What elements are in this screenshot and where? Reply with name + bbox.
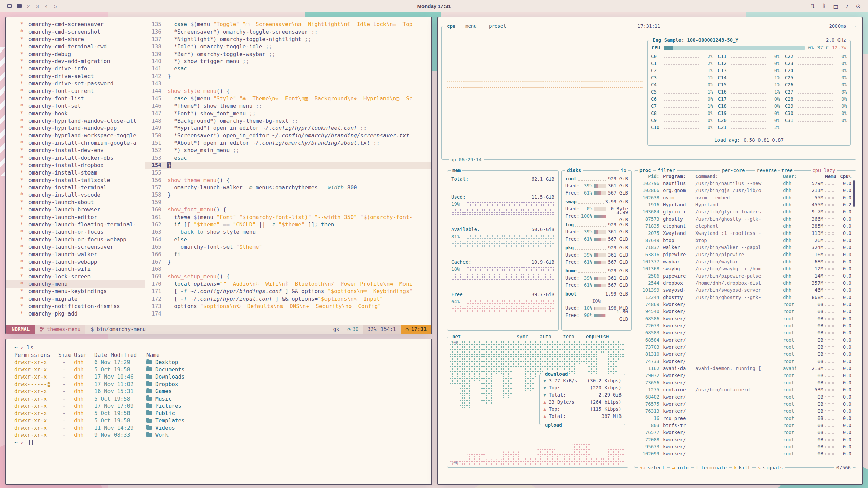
net-zero-button[interactable]: zero (561, 333, 576, 340)
tree-button[interactable]: tree (780, 167, 794, 174)
process-row[interactable]: 76575kworker/root0B0.0 (634, 401, 855, 408)
process-row[interactable]: 87573ghostty/usr/bin/ghostty --gtk-dhh36… (634, 216, 855, 223)
file-list-item[interactable]: *omarchy-dev-add-migration (6, 58, 145, 65)
file-list-item[interactable]: *omarchy-launch-wifi (6, 265, 145, 273)
code-line[interactable]: 140 *) show_trigger_menu ;; (145, 58, 431, 65)
file-list-item[interactable]: *omarchy-lock-screen (6, 273, 145, 280)
process-row[interactable]: 74733kworker/root0B0.0 (634, 358, 855, 365)
code-line[interactable]: 170 local options="♬ Audio\n≋ Wifi\nᛒ Bl… (145, 280, 431, 288)
workspace-number[interactable]: 2 (27, 3, 30, 9)
file-list-item[interactable]: *omarchy-launch-webapp (6, 258, 145, 266)
code-line[interactable]: 156show_theme_menu() { (145, 177, 431, 184)
entry-name[interactable]: Dropbox (146, 381, 431, 388)
code-line[interactable]: 164 else (145, 236, 431, 243)
entry-name[interactable]: Pictures (146, 402, 431, 410)
header-program[interactable]: Program: (659, 173, 695, 180)
code-line[interactable]: 152 *) show_main_menu ;; (145, 147, 431, 154)
entry-name[interactable]: Games (146, 388, 431, 395)
file-list-item[interactable]: *omarchy-pkg-add (6, 310, 145, 318)
file-list-item[interactable]: *omarchy-install-vscode (6, 191, 145, 199)
file-list-item[interactable]: *omarchy-migrate (6, 295, 145, 303)
code-line[interactable]: 145 case $(menu "Style" "✾ Theme\n✑ Font… (145, 95, 431, 102)
file-list-item[interactable]: *omarchy-menu-keybindings (6, 288, 145, 295)
code-line[interactable]: 150 *Screensaver*) open_in_editor ~/.con… (145, 132, 431, 139)
workspace-overview-icon[interactable] (7, 4, 12, 8)
entry-name[interactable]: Desktop (146, 359, 431, 366)
process-row[interactable]: 102638nvimnvim --embeddhh55M0.0 (634, 194, 855, 201)
process-row[interactable]: 68586kworker/root0B0.0 (634, 315, 855, 322)
file-list-item[interactable]: *omarchy-launch-walker (6, 251, 145, 258)
process-row[interactable]: 101399swayosd-/usr/bin/swayosd-serverdhh… (634, 287, 855, 294)
entry-name[interactable]: Public (146, 410, 431, 417)
workspace-number[interactable]: 5 (54, 3, 57, 9)
code-line[interactable]: 161 theme=$(menu "Font" "$(omarchy-font-… (145, 214, 431, 221)
header-command[interactable]: Command: (695, 173, 783, 180)
footer-action[interactable]: ↑↓select (638, 464, 667, 471)
process-row[interactable]: 2544dropbox/home/dhh/.dropbox-distdhh357… (634, 280, 855, 287)
code-line[interactable]: 166 fi (145, 251, 431, 258)
entry-name[interactable]: Documents (146, 366, 431, 373)
proc-scrollbar[interactable] (853, 180, 855, 207)
file-list-item[interactable]: *omarchy-cmd-screenshot (6, 28, 145, 36)
reverse-button[interactable]: reverse (755, 167, 778, 174)
process-row[interactable]: 95673kworker/root0B0.0 (634, 443, 855, 450)
network-interface[interactable]: enp191s0 (584, 333, 610, 340)
entry-name[interactable]: Music (146, 395, 431, 403)
code-line[interactable]: 158} (145, 191, 431, 199)
process-row[interactable]: 2075XwaylandXwayland :1 -rootless -dhh11… (634, 230, 855, 237)
process-row[interactable]: 1916HyprlandHyprlanddhh455M0.2 (634, 201, 855, 208)
file-list-item[interactable]: *omarchy-launch-browser (6, 206, 145, 214)
code-line[interactable]: 148 *Background*) omarchy-theme-bg-next … (145, 117, 431, 125)
file-list-item[interactable]: *omarchy-launch-about (6, 199, 145, 206)
file-list-item[interactable]: *omarchy-install-steam (6, 169, 145, 177)
header-pid[interactable]: Pid: (638, 173, 659, 180)
file-list-item[interactable]: *omarchy-drive-select (6, 73, 145, 80)
file-list-item[interactable]: *omarchy-font-list (6, 95, 145, 102)
process-row[interactable]: 68402kworker/root0B0.0 (634, 393, 855, 401)
sort-selector[interactable]: cpu lazy (811, 167, 837, 174)
preset-button[interactable]: preset (487, 23, 508, 29)
io-toggle-button[interactable]: io (619, 167, 628, 174)
file-list-item[interactable]: *omarchy-launch-editor (6, 214, 145, 221)
net-sync-button[interactable]: sync (515, 333, 530, 340)
process-row[interactable]: 101368swaybg/usr/bin/swaybg -i /homdhh12… (634, 265, 855, 272)
file-list-item[interactable]: *omarchy-install-terminal (6, 184, 145, 191)
process-row[interactable]: 72088kworker/root0B0.0 (634, 436, 855, 443)
process-row[interactable]: 102796nautilus/usr/bin/nautilus --newdhh… (634, 180, 855, 187)
file-list-item[interactable]: *omarchy-launch-or-focus (6, 228, 145, 236)
code-line[interactable]: 143 (145, 80, 431, 87)
menu-button[interactable]: menu (463, 23, 478, 29)
process-row[interactable]: 12244ghostty/usr/bin/ghostty --gtk-dhh86… (634, 294, 855, 301)
process-row[interactable]: 73703kworker/root0B0.0 (634, 344, 855, 351)
file-list-item[interactable]: *omarchy-launch-screensaver (6, 243, 145, 251)
code-line[interactable]: 138 *Idle*) omarchy-toggle-idle ;; (145, 43, 431, 50)
process-row[interactable]: 87649btopbtopdhh26M0.0 (634, 237, 855, 244)
file-list-item[interactable]: *omarchy-launch-floating-terminal- (6, 221, 145, 228)
code-line[interactable]: 147 *Font*) show_font_menu ;; (145, 110, 431, 117)
code-line[interactable]: 165 omarchy-font-set "$theme" (145, 243, 431, 251)
process-row[interactable]: 63816pipewire/usr/bin/pipewiredhh16M0.0 (634, 251, 855, 258)
process-row[interactable]: 71837walker/usr/bin/walker --gappldhh324… (634, 244, 855, 251)
code-line[interactable]: 154} (145, 162, 431, 169)
code-line[interactable]: 162 if [[ "$theme" == "CNCLD" || -z "$th… (145, 221, 431, 228)
entry-name[interactable]: Downloads (146, 373, 431, 381)
process-row[interactable]: 72073kworker/root0B0.0 (634, 322, 855, 329)
file-list-item[interactable]: *omarchy-hyprland-window-pop (6, 124, 145, 132)
code-line[interactable]: 157 omarchy-launch-walker -m menus:omarc… (145, 184, 431, 191)
file-list-item[interactable]: *omarchy-notification-dismiss (6, 303, 145, 310)
file-list[interactable]: *omarchy-cmd-screensaver*omarchy-cmd-scr… (6, 17, 145, 325)
code-line[interactable]: 172 [ -f ~/.config/hypr/input.conf ] && … (145, 295, 431, 303)
terminal-body[interactable]: ~ › ls Permissions Size User Date Modifi… (6, 339, 431, 446)
file-list-item[interactable]: *omarchy-install-docker-dbs (6, 154, 145, 162)
process-row[interactable]: 16rcu_preeroot0B0.0 (634, 415, 855, 422)
file-list-item[interactable]: *omarchy-cmd-terminal-cwd (6, 43, 145, 50)
code-line[interactable]: 173 options="$options\n⟲ Defaults\n◍ DNS… (145, 303, 431, 310)
workspace-active-icon[interactable] (17, 4, 22, 8)
code-line[interactable]: 141 esac (145, 65, 431, 73)
file-list-item[interactable]: *omarchy-launch-or-focus-webapp (6, 236, 145, 243)
footer-action[interactable]: ↵info (670, 464, 690, 471)
file-list-item[interactable]: *omarchy-hyprland-window-close-all (6, 117, 145, 125)
update-interval[interactable]: 2000ms (827, 23, 848, 29)
code-line[interactable]: 155 (145, 169, 431, 177)
process-row[interactable]: 103684glycin-i/usr/lib/glycin-loadersdhh… (634, 208, 855, 216)
